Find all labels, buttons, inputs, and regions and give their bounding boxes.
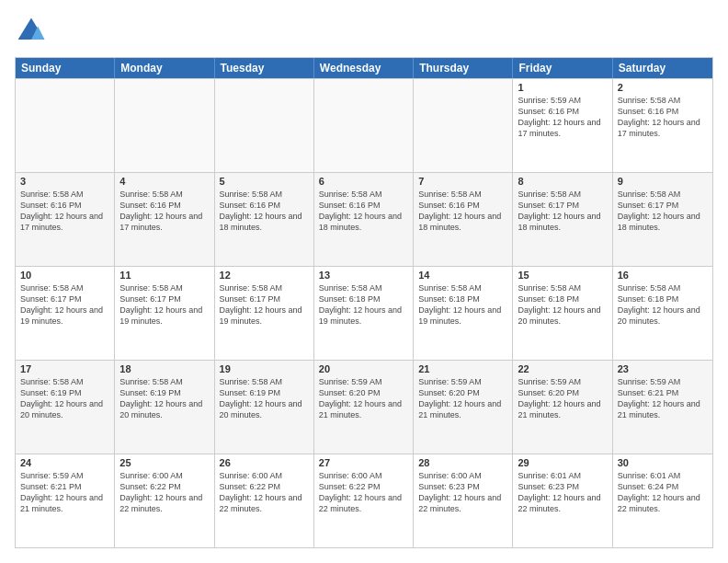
cal-day-12: 12Sunrise: 5:58 AM Sunset: 6:17 PM Dayli… [215, 267, 314, 360]
col-header-friday: Friday [513, 58, 612, 78]
day-info: Sunrise: 5:58 AM Sunset: 6:17 PM Dayligh… [119, 282, 209, 327]
cal-day-22: 22Sunrise: 5:59 AM Sunset: 6:20 PM Dayli… [513, 361, 612, 454]
calendar-body: 1Sunrise: 5:59 AM Sunset: 6:16 PM Daylig… [16, 78, 712, 547]
day-info: Sunrise: 6:01 AM Sunset: 6:23 PM Dayligh… [518, 470, 607, 515]
day-number: 1 [518, 82, 607, 93]
cal-day-11: 11Sunrise: 5:58 AM Sunset: 6:17 PM Dayli… [115, 267, 214, 360]
cal-day-26: 26Sunrise: 6:00 AM Sunset: 6:22 PM Dayli… [215, 454, 314, 547]
day-info: Sunrise: 5:58 AM Sunset: 6:16 PM Dayligh… [618, 95, 708, 140]
day-info: Sunrise: 6:01 AM Sunset: 6:24 PM Dayligh… [618, 470, 708, 515]
day-info: Sunrise: 6:00 AM Sunset: 6:22 PM Dayligh… [119, 470, 209, 515]
cal-day-23: 23Sunrise: 5:59 AM Sunset: 6:21 PM Dayli… [613, 361, 712, 454]
day-info: Sunrise: 5:58 AM Sunset: 6:16 PM Dayligh… [319, 189, 408, 234]
cal-day-16: 16Sunrise: 5:58 AM Sunset: 6:18 PM Dayli… [613, 267, 712, 360]
day-number: 17 [20, 363, 109, 374]
day-number: 11 [119, 270, 209, 281]
col-header-saturday: Saturday [613, 58, 712, 78]
calendar-week-1: 1Sunrise: 5:59 AM Sunset: 6:16 PM Daylig… [16, 78, 712, 172]
cal-day-25: 25Sunrise: 6:00 AM Sunset: 6:22 PM Dayli… [115, 454, 214, 547]
day-info: Sunrise: 5:58 AM Sunset: 6:17 PM Dayligh… [20, 282, 109, 327]
day-info: Sunrise: 5:58 AM Sunset: 6:19 PM Dayligh… [220, 376, 309, 421]
cal-day-19: 19Sunrise: 5:58 AM Sunset: 6:19 PM Dayli… [215, 361, 314, 454]
day-number: 16 [618, 270, 708, 281]
cal-day-24: 24Sunrise: 5:59 AM Sunset: 6:21 PM Dayli… [16, 454, 115, 547]
cal-day-13: 13Sunrise: 5:58 AM Sunset: 6:18 PM Dayli… [314, 267, 414, 360]
day-info: Sunrise: 5:59 AM Sunset: 6:16 PM Dayligh… [518, 95, 607, 140]
day-number: 6 [319, 176, 408, 187]
day-info: Sunrise: 5:58 AM Sunset: 6:16 PM Dayligh… [20, 189, 109, 234]
calendar-header-row: SundayMondayTuesdayWednesdayThursdayFrid… [16, 58, 712, 78]
cal-day-18: 18Sunrise: 5:58 AM Sunset: 6:19 PM Dayli… [115, 361, 214, 454]
day-number: 12 [220, 270, 309, 281]
day-number: 24 [20, 457, 109, 468]
day-number: 13 [319, 270, 408, 281]
day-info: Sunrise: 5:58 AM Sunset: 6:17 PM Dayligh… [518, 189, 607, 234]
day-number: 25 [119, 457, 209, 468]
col-header-monday: Monday [115, 58, 214, 78]
cal-day-27: 27Sunrise: 6:00 AM Sunset: 6:22 PM Dayli… [314, 454, 414, 547]
day-number: 23 [618, 363, 708, 374]
day-number: 21 [418, 363, 507, 374]
day-info: Sunrise: 5:59 AM Sunset: 6:21 PM Dayligh… [20, 470, 109, 515]
cal-day-28: 28Sunrise: 6:00 AM Sunset: 6:23 PM Dayli… [414, 454, 513, 547]
cal-day-9: 9Sunrise: 5:58 AM Sunset: 6:17 PM Daylig… [613, 173, 712, 266]
cal-day-20: 20Sunrise: 5:59 AM Sunset: 6:20 PM Dayli… [314, 361, 414, 454]
cal-day-1: 1Sunrise: 5:59 AM Sunset: 6:16 PM Daylig… [513, 79, 612, 172]
day-info: Sunrise: 5:58 AM Sunset: 6:19 PM Dayligh… [20, 376, 109, 421]
cal-day-8: 8Sunrise: 5:58 AM Sunset: 6:17 PM Daylig… [513, 173, 612, 266]
day-number: 2 [618, 82, 708, 93]
calendar: SundayMondayTuesdayWednesdayThursdayFrid… [15, 57, 713, 548]
logo-icon [15, 15, 48, 48]
day-info: Sunrise: 6:00 AM Sunset: 6:22 PM Dayligh… [220, 470, 309, 515]
day-number: 18 [119, 363, 209, 374]
day-number: 8 [518, 176, 607, 187]
day-number: 20 [319, 363, 408, 374]
cal-day-empty [314, 79, 414, 172]
day-number: 26 [220, 457, 309, 468]
day-info: Sunrise: 5:59 AM Sunset: 6:20 PM Dayligh… [319, 376, 408, 421]
day-info: Sunrise: 5:58 AM Sunset: 6:16 PM Dayligh… [119, 189, 209, 234]
calendar-week-2: 3Sunrise: 5:58 AM Sunset: 6:16 PM Daylig… [16, 172, 712, 266]
cal-day-empty [16, 79, 115, 172]
col-header-thursday: Thursday [414, 58, 513, 78]
day-info: Sunrise: 5:58 AM Sunset: 6:16 PM Dayligh… [418, 189, 507, 234]
cal-day-3: 3Sunrise: 5:58 AM Sunset: 6:16 PM Daylig… [16, 173, 115, 266]
logo [15, 15, 53, 48]
day-info: Sunrise: 5:58 AM Sunset: 6:17 PM Dayligh… [618, 189, 708, 234]
page: SundayMondayTuesdayWednesdayThursdayFrid… [0, 0, 728, 563]
day-info: Sunrise: 5:58 AM Sunset: 6:16 PM Dayligh… [220, 189, 309, 234]
day-number: 10 [20, 270, 109, 281]
day-number: 28 [418, 457, 507, 468]
calendar-week-5: 24Sunrise: 5:59 AM Sunset: 6:21 PM Dayli… [16, 454, 712, 547]
day-number: 4 [119, 176, 209, 187]
cal-day-7: 7Sunrise: 5:58 AM Sunset: 6:16 PM Daylig… [414, 173, 513, 266]
cal-day-15: 15Sunrise: 5:58 AM Sunset: 6:18 PM Dayli… [513, 267, 612, 360]
cal-day-empty [414, 79, 513, 172]
day-number: 30 [618, 457, 708, 468]
day-info: Sunrise: 5:59 AM Sunset: 6:20 PM Dayligh… [418, 376, 507, 421]
day-info: Sunrise: 5:58 AM Sunset: 6:18 PM Dayligh… [418, 282, 507, 327]
day-number: 27 [319, 457, 408, 468]
cal-day-empty [115, 79, 214, 172]
day-info: Sunrise: 6:00 AM Sunset: 6:23 PM Dayligh… [418, 470, 507, 515]
day-info: Sunrise: 5:58 AM Sunset: 6:18 PM Dayligh… [319, 282, 408, 327]
cal-day-2: 2Sunrise: 5:58 AM Sunset: 6:16 PM Daylig… [613, 79, 712, 172]
day-info: Sunrise: 6:00 AM Sunset: 6:22 PM Dayligh… [319, 470, 408, 515]
col-header-wednesday: Wednesday [314, 58, 414, 78]
cal-day-30: 30Sunrise: 6:01 AM Sunset: 6:24 PM Dayli… [613, 454, 712, 547]
cal-day-10: 10Sunrise: 5:58 AM Sunset: 6:17 PM Dayli… [16, 267, 115, 360]
cal-day-6: 6Sunrise: 5:58 AM Sunset: 6:16 PM Daylig… [314, 173, 414, 266]
day-info: Sunrise: 5:58 AM Sunset: 6:17 PM Dayligh… [220, 282, 309, 327]
day-number: 5 [220, 176, 309, 187]
day-info: Sunrise: 5:58 AM Sunset: 6:18 PM Dayligh… [618, 282, 708, 327]
day-info: Sunrise: 5:59 AM Sunset: 6:20 PM Dayligh… [518, 376, 607, 421]
day-number: 3 [20, 176, 109, 187]
day-info: Sunrise: 5:58 AM Sunset: 6:19 PM Dayligh… [119, 376, 209, 421]
day-number: 19 [220, 363, 309, 374]
calendar-week-4: 17Sunrise: 5:58 AM Sunset: 6:19 PM Dayli… [16, 360, 712, 454]
cal-day-29: 29Sunrise: 6:01 AM Sunset: 6:23 PM Dayli… [513, 454, 612, 547]
day-info: Sunrise: 5:58 AM Sunset: 6:18 PM Dayligh… [518, 282, 607, 327]
cal-day-4: 4Sunrise: 5:58 AM Sunset: 6:16 PM Daylig… [115, 173, 214, 266]
day-number: 14 [418, 270, 507, 281]
cal-day-5: 5Sunrise: 5:58 AM Sunset: 6:16 PM Daylig… [215, 173, 314, 266]
